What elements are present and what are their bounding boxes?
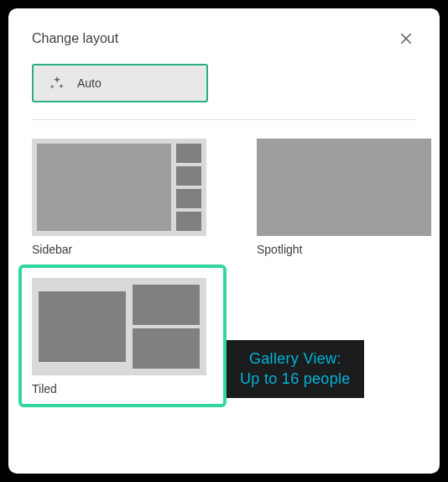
close-icon: [399, 31, 414, 46]
tiled-label: Tiled: [32, 382, 213, 396]
spotlight-label: Spotlight: [257, 243, 431, 256]
tooltip-line1: Gallery View:: [249, 350, 341, 367]
layout-option-spotlight[interactable]: Spotlight: [257, 139, 431, 256]
tiled-tooltip: Gallery View: Up to 16 people: [227, 340, 364, 398]
auto-label: Auto: [77, 76, 102, 90]
sparkle-icon: [49, 75, 65, 92]
panel-title: Change layout: [32, 31, 118, 46]
layout-option-sidebar[interactable]: Sidebar: [32, 139, 227, 256]
spotlight-thumbnail: [257, 139, 431, 236]
sidebar-thumbnail: [32, 139, 206, 236]
divider: [32, 119, 416, 120]
change-layout-panel: Change layout Auto Sidebar S: [8, 8, 440, 474]
close-button[interactable]: [396, 29, 416, 49]
tiled-thumbnail: [32, 278, 206, 375]
layout-option-auto[interactable]: Auto: [32, 64, 208, 102]
panel-header: Change layout: [32, 29, 416, 49]
tooltip-line2: Up to 16 people: [240, 370, 351, 387]
layout-option-tiled[interactable]: Tiled: [18, 265, 227, 407]
sidebar-label: Sidebar: [32, 243, 227, 256]
